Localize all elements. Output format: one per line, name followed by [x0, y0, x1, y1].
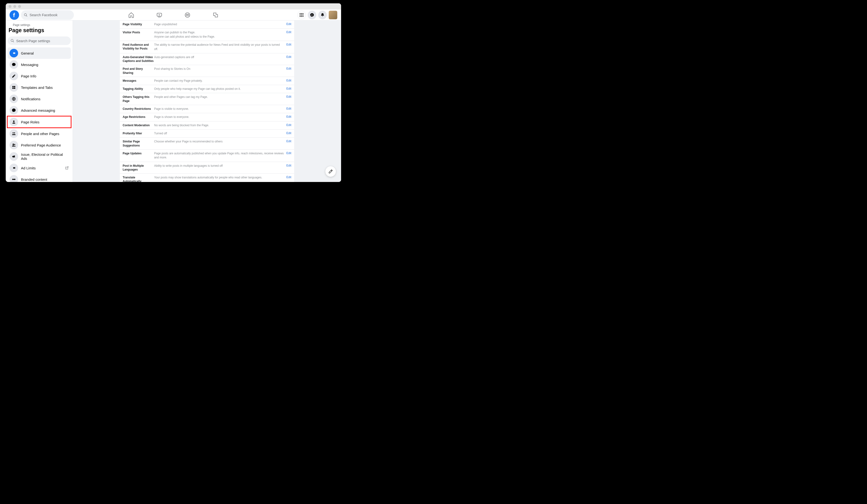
notifications-button[interactable] [318, 11, 327, 19]
person-icon [10, 118, 18, 126]
sidebar-item-people-and-other-pages[interactable]: People and other Pages [8, 128, 71, 139]
settings-row: Feed Audience and Visibility for PostsTh… [120, 41, 294, 53]
traffic-light-close[interactable] [9, 5, 11, 8]
edit-link[interactable]: Edit [286, 131, 291, 135]
row-label: Visitor Posts [123, 31, 154, 34]
edit-link[interactable]: Edit [286, 95, 291, 98]
sidebar-item-page-info[interactable]: Page Info [8, 70, 71, 82]
sidebar-item-ad-limits[interactable]: Ad Limits [8, 162, 71, 174]
sidebar-item-templates-and-tabs[interactable]: Templates and Tabs [8, 82, 71, 93]
sidebar-item-messaging[interactable]: Messaging [8, 59, 71, 70]
watch-icon [156, 12, 162, 18]
facebook-logo[interactable] [10, 10, 19, 20]
sidebar-item-branded-content[interactable]: Branded content [8, 174, 71, 182]
row-label: Post in Multiple Languages [123, 164, 154, 171]
svg-point-15 [302, 16, 303, 17]
row-value: Your posts may show translations automat… [154, 175, 286, 180]
sidebar-item-label: Page Roles [21, 120, 40, 124]
gear-icon [10, 164, 18, 172]
settings-row: Others Tagging this PagePeople and other… [120, 93, 294, 105]
edit-link[interactable]: Edit [286, 175, 291, 179]
edit-link[interactable]: Edit [286, 79, 291, 82]
compose-fab[interactable] [325, 166, 336, 177]
row-label: Auto-Generated Video Captions and Subtit… [123, 55, 154, 63]
breadcrumb[interactable]: Page settings [8, 22, 71, 27]
sidebar-item-label: Advanced messaging [21, 108, 55, 112]
nav-watch[interactable] [156, 12, 163, 18]
settings-row: Post in Multiple LanguagesAbility to wri… [120, 162, 294, 174]
row-value: No words are being blocked from the Page… [154, 124, 286, 127]
edit-link[interactable]: Edit [286, 164, 291, 167]
sidebar-item-label: Branded content [21, 178, 47, 182]
traffic-light-max[interactable] [18, 5, 21, 8]
edit-link[interactable]: Edit [286, 124, 291, 127]
settings-row: Visitor PostsAnyone can publish to the P… [120, 29, 294, 41]
grid-icon [10, 83, 18, 92]
row-label: Tagging Ability [123, 87, 154, 91]
page-title: Page settings [8, 27, 71, 36]
edit-link[interactable]: Edit [286, 67, 291, 70]
traffic-light-min[interactable] [13, 5, 16, 8]
row-label: Content Moderation [123, 124, 154, 127]
settings-row: Age RestrictionsPage is shown to everyon… [120, 113, 294, 121]
edit-link[interactable]: Edit [286, 151, 291, 155]
edit-link[interactable]: Edit [286, 22, 291, 26]
svg-point-10 [300, 14, 301, 15]
people-solid-icon [10, 141, 18, 149]
search-icon [24, 13, 28, 17]
row-value: Ability to write posts in multiple langu… [154, 164, 286, 168]
sidebar-item-label: Preferred Page Audience [21, 143, 61, 147]
nav-gaming[interactable] [212, 12, 219, 18]
sidebar-item-page-roles[interactable]: Page Roles [7, 116, 72, 128]
svg-rect-20 [12, 88, 13, 89]
svg-point-7 [300, 13, 301, 14]
sidebar-item-preferred-page-audience[interactable]: Preferred Page Audience [8, 139, 71, 151]
row-value: The ability to narrow the potential audi… [154, 43, 286, 51]
edit-link[interactable]: Edit [286, 31, 291, 34]
profile-avatar[interactable] [329, 11, 337, 19]
nav-home[interactable] [128, 12, 135, 18]
edit-link[interactable]: Edit [286, 55, 291, 58]
messenger-icon [10, 106, 18, 115]
settings-row: Page VisibilityPage unpublishedEdit [120, 21, 294, 29]
sidebar: Page settings Page settings Search Page … [6, 21, 73, 182]
search-input[interactable]: Search Facebook [21, 10, 74, 20]
svg-point-6 [188, 14, 189, 15]
bell-icon [320, 13, 325, 17]
settings-row: Post and Story SharingPost sharing to St… [120, 65, 294, 77]
sidebar-item-notifications[interactable]: Notifications [8, 93, 71, 105]
sidebar-item-advanced-messaging[interactable]: Advanced messaging [8, 105, 71, 116]
row-label: Feed Audience and Visibility for Posts [123, 43, 154, 51]
svg-point-25 [14, 132, 15, 133]
home-icon [128, 12, 134, 18]
settings-row: MessagesPeople can contact my Page priva… [120, 77, 294, 85]
edit-link[interactable]: Edit [286, 87, 291, 90]
edit-link[interactable]: Edit [286, 115, 291, 118]
gear-icon [10, 49, 18, 57]
edit-link[interactable]: Edit [286, 43, 291, 46]
nav-groups[interactable] [184, 12, 191, 18]
svg-rect-19 [14, 86, 15, 87]
edit-link[interactable]: Edit [286, 140, 291, 143]
svg-point-11 [301, 14, 302, 15]
row-value: Choose whether your Page is recommended … [154, 140, 286, 143]
menu-button[interactable] [297, 11, 306, 19]
megaphone-icon [10, 152, 18, 161]
groups-icon [184, 12, 191, 18]
sidebar-item-label: General [21, 51, 34, 55]
settings-row: Content ModerationNo words are being blo… [120, 121, 294, 130]
edit-link[interactable]: Edit [286, 107, 291, 110]
svg-point-9 [302, 13, 303, 14]
search-placeholder: Search Facebook [30, 13, 58, 17]
sidebar-item-label: Messaging [21, 63, 38, 67]
svg-point-23 [13, 120, 14, 122]
search-icon [10, 39, 14, 43]
sidebar-search[interactable]: Search Page settings [8, 36, 71, 45]
sidebar-item-general[interactable]: General [8, 47, 71, 59]
sidebar-item-issue-electoral-or-political-ads[interactable]: Issue, Electoral or Political Ads [8, 151, 71, 162]
body: Page settings Page settings Search Page … [6, 21, 341, 182]
messenger-button[interactable] [308, 11, 316, 19]
row-label: Country Restrictions [123, 107, 154, 111]
sidebar-item-label: Templates and Tabs [21, 86, 53, 89]
right-actions [297, 11, 337, 19]
